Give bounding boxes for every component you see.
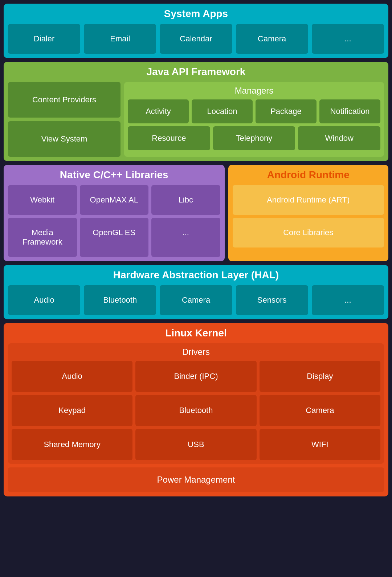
manager-card: Package <box>256 99 317 123</box>
managers-section: Managers ActivityLocationPackageNotifica… <box>124 82 384 157</box>
system-apps-layer: System Apps DialerEmailCalendarCamera... <box>4 4 388 58</box>
linux-kernel-layer: Linux Kernel Drivers AudioBinder (IPC)Di… <box>4 323 388 496</box>
hal-card: Camera <box>160 285 232 315</box>
hal-card: ... <box>312 285 384 315</box>
manager-card: Notification <box>319 99 380 123</box>
driver-card: Display <box>260 361 380 392</box>
managers-grid: ActivityLocationPackageNotification Reso… <box>128 99 380 150</box>
system-app-card: Email <box>84 24 156 54</box>
manager-card: Window <box>298 126 380 150</box>
system-app-card: Dialer <box>8 24 80 54</box>
driver-card: Audio <box>12 361 132 392</box>
drivers-section: Drivers AudioBinder (IPC)Display KeypadB… <box>8 343 384 464</box>
system-app-card: Camera <box>236 24 308 54</box>
java-api-content: Content ProvidersView System Managers Ac… <box>8 82 384 157</box>
managers-title: Managers <box>128 86 380 96</box>
manager-card: Resource <box>128 126 210 150</box>
driver-card: Binder (IPC) <box>135 361 256 392</box>
driver-card: WIFI <box>260 429 380 460</box>
driver-card: USB <box>135 429 256 460</box>
native-cpp-title: Native C/C++ Libraries <box>8 169 220 181</box>
drivers-row-3: Shared MemoryUSBWIFI <box>12 429 380 460</box>
native-cpp-row-1: WebkitOpenMAX ALLibc <box>8 185 220 215</box>
hal-card: Audio <box>8 285 80 315</box>
native-cpp-row-2: Media FrameworkOpenGL ES... <box>8 218 220 257</box>
system-app-card: Calendar <box>160 24 232 54</box>
drivers-row-1: AudioBinder (IPC)Display <box>12 361 380 392</box>
java-api-layer: Java API Framework Content ProvidersView… <box>4 62 388 161</box>
manager-card: Telephony <box>213 126 295 150</box>
hal-layer: Hardware Abstraction Layer (HAL) AudioBl… <box>4 265 388 319</box>
native-cpp-card: Libc <box>151 185 220 215</box>
driver-card: Keypad <box>12 395 132 426</box>
native-cpp-card: OpenMAX AL <box>80 185 149 215</box>
android-runtime-layer: Android Runtime Android Runtime (ART)Cor… <box>228 165 389 261</box>
managers-row-2: ResourceTelephonyWindow <box>128 126 380 150</box>
driver-card: Camera <box>260 395 380 426</box>
java-api-left: Content ProvidersView System <box>8 82 121 157</box>
hal-card: Bluetooth <box>84 285 156 315</box>
android-runtime-card: Core Libraries <box>233 218 384 247</box>
hal-title: Hardware Abstraction Layer (HAL) <box>8 269 384 281</box>
driver-card: Bluetooth <box>135 395 256 426</box>
system-app-card: ... <box>312 24 384 54</box>
power-management: Power Management <box>8 467 384 492</box>
manager-card: Location <box>192 99 253 123</box>
java-api-left-card: Content Providers <box>8 82 121 118</box>
native-cpp-grid: WebkitOpenMAX ALLibc Media FrameworkOpen… <box>8 185 220 257</box>
drivers-grid: AudioBinder (IPC)Display KeypadBluetooth… <box>12 361 380 460</box>
system-apps-title: System Apps <box>8 8 384 20</box>
native-cpp-layer: Native C/C++ Libraries WebkitOpenMAX ALL… <box>4 165 225 261</box>
drivers-title: Drivers <box>12 347 380 357</box>
driver-card: Shared Memory <box>12 429 132 460</box>
native-cpp-card: Webkit <box>8 185 77 215</box>
android-runtime-title: Android Runtime <box>233 169 384 181</box>
hal-cards: AudioBluetoothCameraSensors... <box>8 285 384 315</box>
system-apps-cards: DialerEmailCalendarCamera... <box>8 24 384 54</box>
java-api-left-card: View System <box>8 121 121 157</box>
native-cpp-card: Media Framework <box>8 218 77 257</box>
android-runtime-card: Android Runtime (ART) <box>233 185 384 215</box>
native-cpp-card: ... <box>151 218 220 257</box>
native-cpp-card: OpenGL ES <box>80 218 149 257</box>
managers-row-1: ActivityLocationPackageNotification <box>128 99 380 123</box>
linux-kernel-title: Linux Kernel <box>8 327 384 339</box>
hal-card: Sensors <box>236 285 308 315</box>
drivers-row-2: KeypadBluetoothCamera <box>12 395 380 426</box>
java-api-title: Java API Framework <box>8 66 384 78</box>
native-runtime-row: Native C/C++ Libraries WebkitOpenMAX ALL… <box>4 165 388 261</box>
manager-card: Activity <box>128 99 189 123</box>
